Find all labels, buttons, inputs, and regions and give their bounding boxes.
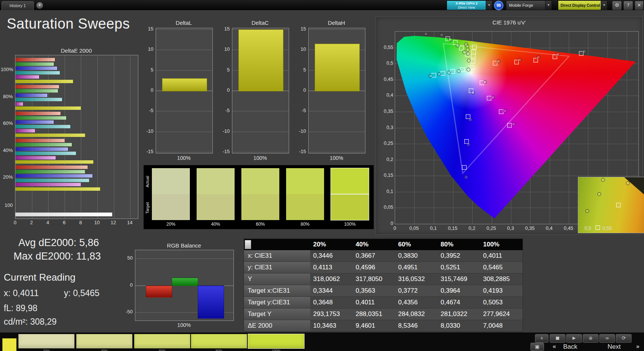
close-icon[interactable]: ✕ bbox=[635, 1, 644, 10]
saturation-patch[interactable] bbox=[134, 334, 190, 348]
swatch-label: 60% bbox=[241, 222, 279, 227]
table-row-label: ΔE 2000 bbox=[244, 320, 310, 332]
meter-selector[interactable]: X-Rite i1Pro 2 Direct View bbox=[447, 0, 486, 10]
current-cdm2: cd/m²: 308,29 bbox=[4, 317, 57, 327]
table-cell: 308,2885 bbox=[480, 274, 523, 285]
bar-yellow bbox=[15, 160, 94, 164]
y-tick-label: 5 bbox=[142, 67, 153, 73]
deltah-chart: DeltaH 151050-5-10-15 100% bbox=[293, 20, 367, 163]
table-cell: 0,5465 bbox=[480, 262, 523, 274]
measured-circle bbox=[536, 55, 540, 59]
saturation-patch[interactable] bbox=[191, 334, 247, 348]
bar-green bbox=[15, 116, 67, 120]
measured-circle bbox=[556, 52, 560, 56]
bar-red bbox=[15, 58, 55, 61]
table-column-header: 80% bbox=[438, 239, 480, 250]
tab-history-1[interactable]: History 1 bbox=[2, 1, 34, 10]
x-tick-label: 0,4 bbox=[544, 225, 555, 231]
collapse-panel-button[interactable]: ∧ bbox=[535, 334, 549, 343]
y-group-label: 80% bbox=[1, 94, 13, 99]
y-group-label: 20% bbox=[1, 174, 13, 180]
gridline bbox=[156, 29, 212, 30]
gridline bbox=[156, 132, 212, 132]
table-cell: 318,0062 bbox=[310, 274, 353, 285]
inset-measured-circle bbox=[601, 178, 605, 182]
bar-green bbox=[15, 170, 85, 173]
patch-label: 60% bbox=[134, 349, 190, 351]
x-tick-label: 0,45 bbox=[563, 225, 574, 231]
deltah-x-label: 100% bbox=[308, 155, 365, 161]
source-dropdown-icon[interactable]: ▼ bbox=[545, 0, 552, 10]
bar-red bbox=[15, 85, 59, 88]
deltac-bar bbox=[238, 29, 283, 91]
meter-dropdown-icon[interactable]: ▼ bbox=[486, 0, 492, 10]
x-tick-label: 4 bbox=[45, 220, 51, 225]
back-button[interactable]: Back bbox=[563, 343, 577, 351]
record-icon[interactable]: ⊕ bbox=[583, 334, 599, 343]
gridline bbox=[156, 111, 212, 111]
refresh-icon[interactable]: ⟳ bbox=[616, 334, 632, 343]
help-icon[interactable]: ? bbox=[623, 1, 633, 10]
source-selector[interactable]: Mobile Forge bbox=[506, 0, 546, 10]
inset-measured-circle bbox=[626, 181, 630, 185]
target-row-label: Target bbox=[145, 197, 150, 219]
next-button[interactable]: Next bbox=[608, 343, 621, 351]
back-chevron-icon[interactable]: « bbox=[553, 343, 556, 350]
loop-icon[interactable]: ∞ bbox=[599, 334, 615, 343]
stop-icon[interactable]: ■ bbox=[550, 334, 565, 343]
meter-mode: Direct View bbox=[447, 6, 486, 9]
y-tick-label: 10 bbox=[295, 46, 306, 52]
actual-swatch bbox=[286, 168, 324, 194]
table-cell: 8,0330 bbox=[438, 320, 480, 332]
table-cell: 0,4113 bbox=[310, 262, 353, 274]
swatch-column: 80% bbox=[286, 168, 324, 228]
cie-y-axis: 0,550,50,450,40,350,30,250,20,150,10,050 bbox=[378, 31, 393, 223]
table-row-label: Y bbox=[244, 274, 310, 285]
source-label: Mobile Forge bbox=[506, 3, 533, 8]
table-cell: 0,4951 bbox=[395, 262, 438, 274]
play-icon[interactable]: ▶ bbox=[566, 334, 582, 343]
y-tick-label: 15 bbox=[142, 26, 153, 32]
saturation-patch[interactable] bbox=[248, 334, 304, 348]
display-control-dropdown-icon[interactable]: ▼ bbox=[601, 0, 608, 10]
x-tick-label: 10 bbox=[94, 220, 100, 225]
top-bar: History 1 + X-Rite i1Pro 2 Direct View ▼… bbox=[0, 0, 644, 10]
target-swatch bbox=[241, 194, 279, 220]
target-square bbox=[462, 165, 467, 170]
saturation-patch[interactable] bbox=[18, 334, 74, 348]
table-column-header: 100% bbox=[480, 239, 523, 250]
y-tick-label: 0,45 bbox=[378, 76, 393, 82]
deltah-plot-area bbox=[308, 28, 365, 153]
deltal-y-axis: 151050-5-10-15 bbox=[143, 28, 154, 153]
meter-status-badge: 98 bbox=[494, 1, 503, 10]
table-row-label: Target y:CIE31 bbox=[244, 297, 310, 308]
bar-yellow bbox=[15, 187, 100, 191]
gear-icon[interactable]: ⚙ bbox=[612, 1, 622, 10]
bar-green bbox=[15, 62, 54, 66]
table-cell: 0,5251 bbox=[438, 262, 480, 274]
saturation-patch[interactable] bbox=[76, 334, 132, 348]
deltal-bar bbox=[162, 78, 207, 91]
measured-circle bbox=[429, 74, 432, 78]
current-patch-swatch bbox=[2, 338, 17, 351]
bar-cyan bbox=[15, 125, 71, 128]
swatch-label: 20% bbox=[152, 222, 190, 227]
layout-icon[interactable]: ▣ bbox=[530, 343, 544, 351]
deltac-y-axis: 151050-5-10-15 bbox=[219, 28, 230, 153]
table-row-label: Target Y bbox=[244, 308, 310, 320]
cie-diagram-panel: CIE 1976 u'v' 0,550,50,450,40,350,30,250… bbox=[376, 17, 642, 235]
next-chevron-icon[interactable]: » bbox=[636, 343, 639, 350]
target-swatch bbox=[197, 194, 235, 220]
current-y: y: 0,5465 bbox=[64, 288, 100, 298]
target-square bbox=[471, 59, 475, 64]
y-tick-label: -10 bbox=[218, 128, 230, 134]
add-tab-button[interactable]: + bbox=[36, 2, 43, 9]
y-tick-label: -50 bbox=[121, 309, 133, 315]
display-control-selector[interactable]: Direct Display Control bbox=[558, 0, 602, 10]
measured-circle bbox=[471, 91, 475, 94]
table-cell: 0,3648 bbox=[310, 297, 353, 308]
measured-circle bbox=[582, 50, 586, 53]
table-cell: 0,3830 bbox=[395, 250, 438, 262]
deltac-chart: DeltaC 151050-5-10-15 100% bbox=[217, 20, 291, 163]
bar-yellow bbox=[15, 134, 85, 137]
